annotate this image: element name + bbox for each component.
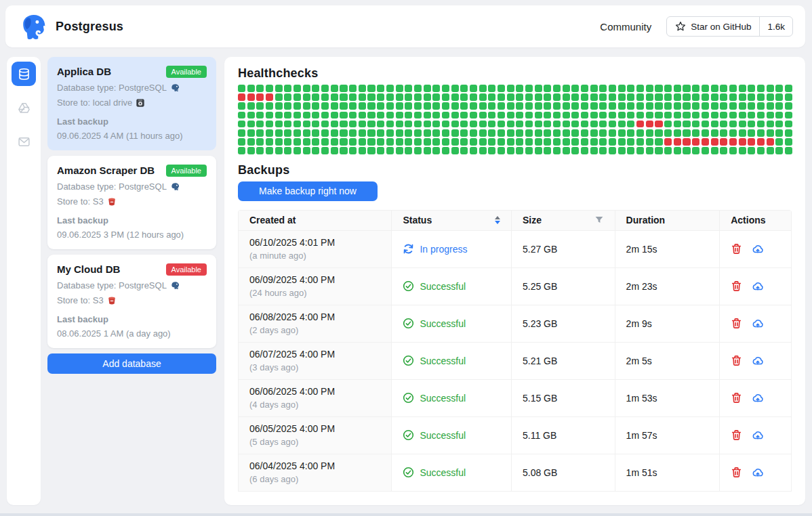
healthcheck-cell-ok bbox=[275, 102, 283, 110]
delete-backup-button[interactable] bbox=[731, 318, 742, 329]
sync-icon bbox=[403, 243, 414, 255]
healthcheck-cell-ok bbox=[636, 147, 644, 154]
healthcheck-cell-ok bbox=[627, 85, 634, 92]
delete-backup-button[interactable] bbox=[731, 467, 742, 478]
healthcheck-cell-ok bbox=[571, 129, 579, 137]
sidebar-item-databases[interactable] bbox=[12, 62, 36, 86]
restore-backup-button[interactable] bbox=[752, 243, 764, 255]
healthcheck-cell-ok bbox=[479, 85, 487, 92]
duration-cell: 2m 5s bbox=[615, 343, 720, 380]
database-card[interactable]: Applica DBAvailableDatabase type: Postgr… bbox=[47, 57, 216, 150]
healthcheck-cell-ok bbox=[702, 112, 709, 119]
filter-icon[interactable] bbox=[594, 215, 604, 225]
restore-backup-button[interactable] bbox=[752, 429, 764, 442]
backup-row: 06/04/2025 4:00 PM(6 days ago)Successful… bbox=[239, 454, 791, 492]
healthcheck-cell-ok bbox=[590, 112, 598, 119]
restore-backup-button[interactable] bbox=[752, 280, 764, 293]
healthcheck-cell-ok bbox=[581, 93, 588, 101]
healthcheck-cell-ok bbox=[377, 93, 384, 101]
duration-cell: 1m 51s bbox=[615, 454, 720, 492]
healthcheck-cell-failed bbox=[757, 138, 765, 146]
healthchecks-grid bbox=[238, 85, 792, 154]
healthcheck-cell-ok bbox=[340, 102, 347, 110]
created-at-cell: 06/04/2025 4:00 PM(6 days ago) bbox=[239, 454, 392, 492]
mail-icon bbox=[18, 135, 31, 148]
healthcheck-cell-ok bbox=[599, 112, 607, 119]
add-database-button[interactable]: Add database bbox=[47, 353, 216, 374]
healthcheck-cell-ok bbox=[785, 102, 792, 110]
healthcheck-cell-ok bbox=[683, 147, 690, 154]
healthcheck-cell-ok bbox=[767, 147, 774, 154]
community-link[interactable]: Community bbox=[600, 21, 651, 33]
healthcheck-cell-ok bbox=[655, 112, 662, 119]
healthcheck-cell-ok bbox=[340, 138, 347, 146]
healthcheck-cell-ok bbox=[247, 147, 255, 154]
restore-backup-button[interactable] bbox=[752, 392, 764, 404]
healthcheck-cell-ok bbox=[451, 93, 459, 101]
delete-backup-button[interactable] bbox=[731, 280, 742, 292]
sort-toggle-icon[interactable] bbox=[495, 216, 500, 224]
created-at-cell: 06/09/2025 4:00 PM(24 hours ago) bbox=[239, 268, 392, 305]
database-card[interactable]: Amazon Scraper DBAvailableDatabase type:… bbox=[47, 156, 216, 249]
sidebar-item-storage[interactable] bbox=[12, 95, 36, 120]
healthcheck-cell-ok bbox=[711, 102, 718, 110]
healthcheck-cell-ok bbox=[470, 85, 477, 92]
healthcheck-cell-ok bbox=[377, 112, 384, 119]
make-backup-button[interactable]: Make backup right now bbox=[238, 181, 378, 201]
column-header-status[interactable]: Status bbox=[392, 211, 512, 231]
database-card[interactable]: My Cloud DBAvailableDatabase type: Postg… bbox=[47, 255, 216, 348]
healthcheck-cell-ok bbox=[609, 129, 616, 137]
healthcheck-cell-ok bbox=[460, 138, 468, 146]
cloud-restore-icon bbox=[752, 355, 764, 367]
healthcheck-cell-ok bbox=[507, 129, 514, 137]
healthcheck-cell-ok bbox=[275, 121, 283, 128]
healthcheck-cell-ok bbox=[674, 129, 681, 137]
healthcheck-cell-ok bbox=[609, 138, 616, 146]
restore-backup-button[interactable] bbox=[752, 355, 764, 367]
healthcheck-cell-ok bbox=[590, 147, 598, 154]
healthcheck-cell-ok bbox=[711, 85, 718, 92]
healthcheck-cell-ok bbox=[553, 138, 561, 146]
actions-cell bbox=[720, 417, 791, 454]
restore-backup-button[interactable] bbox=[752, 467, 764, 479]
healthcheck-cell-ok bbox=[767, 121, 774, 128]
healthcheck-cell-ok bbox=[414, 129, 422, 137]
healthcheck-cell-ok bbox=[748, 102, 755, 110]
healthcheck-cell-ok bbox=[775, 138, 783, 146]
healthcheck-cell-ok bbox=[775, 129, 783, 137]
column-header-label: Duration bbox=[626, 215, 666, 225]
column-header-size[interactable]: Size bbox=[512, 211, 615, 231]
size-cell: 5.11 GB bbox=[512, 417, 615, 454]
healthcheck-cell-ok bbox=[405, 112, 412, 119]
healthcheck-cell-ok bbox=[664, 112, 672, 119]
healthcheck-cell-ok bbox=[479, 93, 487, 101]
healthcheck-cell-ok bbox=[553, 85, 561, 92]
backup-duration: 2m 5s bbox=[626, 356, 652, 366]
delete-backup-button[interactable] bbox=[731, 392, 742, 404]
github-star-count: 1.6k bbox=[759, 17, 792, 36]
sidebar-item-notifications[interactable] bbox=[12, 129, 36, 154]
horizontal-scrollbar[interactable] bbox=[0, 513, 812, 516]
healthcheck-cell-ok bbox=[692, 147, 699, 154]
size-cell: 5.27 GB bbox=[512, 231, 615, 268]
healthcheck-cell-failed bbox=[655, 121, 662, 128]
healthcheck-cell-ok bbox=[516, 112, 523, 119]
healthcheck-cell-ok bbox=[396, 129, 403, 137]
healthcheck-cell-ok bbox=[451, 85, 459, 92]
delete-backup-button[interactable] bbox=[731, 355, 742, 366]
backup-relative-time: (5 days ago) bbox=[249, 437, 335, 447]
check-circle-icon bbox=[403, 467, 414, 478]
healthcheck-cell-ok bbox=[757, 121, 765, 128]
healthcheck-cell-ok bbox=[340, 112, 347, 119]
restore-backup-button[interactable] bbox=[752, 318, 764, 330]
healthcheck-cell-ok bbox=[331, 112, 338, 119]
delete-backup-button[interactable] bbox=[731, 429, 742, 441]
healthcheck-cell-ok bbox=[563, 93, 570, 101]
healthcheck-cell-ok bbox=[275, 93, 283, 101]
delete-backup-button[interactable] bbox=[731, 243, 742, 255]
healthcheck-cell-ok bbox=[293, 138, 301, 146]
healthcheck-cell-ok bbox=[386, 93, 394, 101]
healthcheck-cell-ok bbox=[627, 93, 634, 101]
star-on-github-button[interactable]: Star on GitHub 1.6k bbox=[666, 16, 793, 37]
healthcheck-cell-ok bbox=[377, 147, 384, 154]
